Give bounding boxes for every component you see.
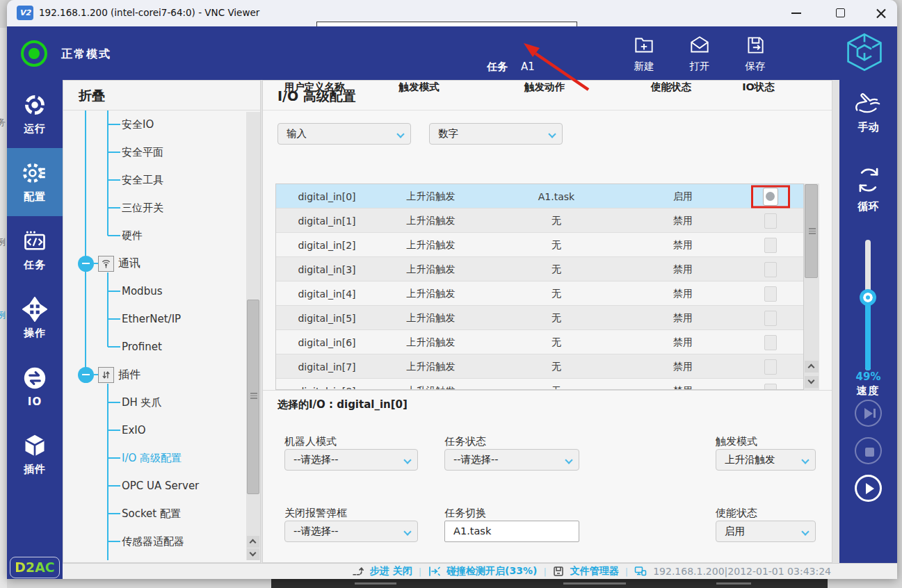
tree-collapse-toggle[interactable] — [78, 367, 94, 383]
table-row-digital-in-6[interactable]: digital_in[6]上升沿触发无禁用 — [276, 330, 803, 354]
status-bar: 步进 关闭 | 碰撞检测开启(33%) | 文件管理器 | 192.168.1.… — [63, 563, 897, 579]
io-type-select[interactable]: 数字 — [429, 123, 563, 145]
right-control-sidebar: 手动 循环 49% 速度 — [839, 80, 897, 575]
hand-icon — [853, 91, 885, 116]
tree-node-plugins[interactable]: 插件 — [78, 363, 140, 386]
table-scroll-up-button[interactable] — [805, 361, 819, 373]
tree-item-sensor-adapter[interactable]: 传感器适配器 — [108, 530, 184, 553]
table-row-digital-in-1[interactable]: digital_in[1]上升沿触发无禁用 — [276, 209, 803, 233]
table-row-digital-in-5[interactable]: digital_in[5]上升沿触发无禁用 — [276, 306, 803, 330]
sidebar-item-operate[interactable]: 操作 — [7, 284, 63, 352]
io-direction-select[interactable]: 输入 — [277, 123, 411, 145]
background-text-fragment: 例 — [0, 236, 6, 248]
tree-collapse-toggle[interactable] — [78, 256, 94, 272]
network-monitor-icon — [634, 566, 647, 577]
tree-node-communication[interactable]: 通讯 — [78, 252, 140, 275]
table-row-digital-in-3[interactable]: digital_in[3]上升沿触发无禁用 — [276, 257, 803, 281]
tree-item-exio[interactable]: ExIO — [108, 418, 146, 442]
step-icon — [352, 566, 364, 578]
annotation-red-box — [751, 185, 790, 208]
open-button[interactable]: 打开 — [675, 32, 724, 76]
tree-item-safety-io[interactable]: 安全IO — [108, 113, 154, 136]
enable-state-select[interactable]: 启用 — [716, 521, 816, 542]
tree-item-ethernet-ip[interactable]: EtherNet/IP — [108, 307, 181, 331]
table-scroll-down-button[interactable] — [805, 376, 819, 388]
table-row-digital-in-7[interactable]: digital_in[7]上升沿触发无禁用 — [276, 354, 803, 379]
window-title: 192.168.1.200 (intel-corei7-64:0) - VNC … — [39, 7, 259, 18]
file-manager-link[interactable]: 文件管理器 — [570, 565, 619, 578]
robot-mode-select[interactable]: --请选择-- — [284, 449, 418, 471]
tree-item-io-advanced-config[interactable]: I/O 高级配置 — [108, 446, 182, 470]
tree-scroll-up-button[interactable] — [247, 536, 259, 548]
sidebar-item-run[interactable]: 运行 — [7, 80, 63, 148]
speed-slider-handle[interactable] — [860, 289, 876, 306]
move-arrows-icon — [22, 297, 47, 322]
sidebar-item-plugin[interactable]: 插件 — [7, 420, 63, 489]
sidebar-item-io[interactable]: IO — [7, 352, 63, 420]
cycle-mode-button[interactable]: 循环 — [839, 165, 897, 213]
close-alarm-select[interactable]: --请选择-- — [284, 521, 418, 542]
table-row-digital-in-8[interactable]: digital_in[8]上升沿触发无禁用 — [276, 379, 803, 390]
background-text-fragment: 务 — [0, 117, 6, 129]
tree-scroll-down-button[interactable] — [247, 548, 259, 560]
tree-item-three-position-switch[interactable]: 三位开关 — [108, 196, 163, 220]
task-switch-input[interactable]: A1.task — [444, 521, 579, 542]
play-button[interactable] — [855, 475, 882, 502]
task-value: A1 — [521, 60, 535, 73]
step-forward-button[interactable] — [855, 400, 882, 427]
chevron-down-icon — [548, 130, 556, 138]
file-manager-icon — [553, 566, 564, 577]
col-trigger-action: 触发动作 — [472, 81, 617, 94]
tree-item-hardware[interactable]: 硬件 — [108, 224, 143, 247]
tree-item-safety-plane[interactable]: 安全平面 — [108, 140, 163, 164]
trigger-mode-label: 触发模式 — [716, 435, 757, 448]
io-state-indicator-off — [764, 286, 777, 302]
close-button[interactable] — [876, 8, 886, 18]
chevron-down-icon — [396, 130, 404, 138]
divider — [63, 110, 261, 111]
table-scrollbar-thumb[interactable] — [805, 184, 818, 278]
table-row-digital-in-0[interactable]: digital_in[0] 上升沿触发 A1.task 启用 — [276, 184, 803, 209]
d2ac-badge[interactable]: D2AC — [10, 557, 60, 578]
table-row-digital-in-4[interactable]: digital_in[4]上升沿触发无禁用 — [276, 281, 803, 306]
table-row-digital-in-2[interactable]: digital_in[2]上升沿触发无禁用 — [276, 233, 803, 257]
manual-mode-button[interactable]: 手动 — [839, 91, 897, 134]
tree-scrollbar-thumb[interactable] — [247, 300, 259, 494]
tree-collapse-header[interactable]: 折叠 — [79, 87, 105, 105]
collision-status[interactable]: 碰撞检测开启(33%) — [446, 565, 537, 578]
background-window-bottom — [271, 579, 828, 588]
task-state-label: 任务状态 — [444, 435, 486, 448]
task-switch-label: 任务切换 — [444, 507, 486, 520]
trigger-mode-select[interactable]: 上升沿触发 — [716, 449, 816, 471]
save-button[interactable]: 保存 — [731, 32, 780, 76]
maximize-button[interactable] — [836, 8, 845, 17]
tree-item-profinet[interactable]: Profinet — [108, 335, 162, 359]
sidebar-item-config[interactable]: 配置 — [7, 148, 63, 216]
app-header: 正常模式 任务 A1 配置 default* 新建 打开 保存 — [7, 26, 897, 80]
io-state-indicator-off — [764, 238, 777, 253]
chevron-down-icon — [565, 456, 572, 464]
io-icon — [22, 366, 47, 391]
col-enable-state: 使能状态 — [617, 81, 725, 94]
io-state-indicator-off — [764, 359, 777, 375]
tree-item-socket-config[interactable]: Socket 配置 — [108, 502, 181, 525]
step-status[interactable]: 步进 关闭 — [370, 565, 412, 578]
tree-item-safety-tool[interactable]: 安全工具 — [108, 168, 163, 192]
sidebar-item-task[interactable]: 任务 — [7, 216, 63, 284]
io-state-indicator-off — [764, 213, 777, 229]
new-button[interactable]: 新建 — [620, 32, 668, 76]
task-state-select[interactable]: --请选择-- — [444, 449, 579, 471]
config-tree-panel: 折叠 安全IO 安全平面 安全工具 三位开关 硬件 通讯 Modbus Ethe… — [63, 80, 261, 563]
tree-item-opc-ua-server[interactable]: OPC UA Server — [108, 474, 199, 498]
tree-item-dh-gripper[interactable]: DH 夹爪 — [108, 391, 162, 414]
tree-item-modbus[interactable]: Modbus — [108, 279, 162, 303]
stop-button[interactable] — [855, 437, 882, 464]
tree-scrollbar[interactable] — [246, 112, 260, 560]
divider — [263, 110, 832, 111]
minimize-button[interactable] — [791, 13, 801, 14]
speed-value: 49% — [839, 370, 897, 383]
close-alarm-label: 关闭报警弹框 — [284, 507, 347, 520]
tree-connector — [85, 111, 86, 375]
table-scrollbar[interactable] — [804, 183, 819, 390]
selected-io-label: 选择的I/O : digital_in[0] — [277, 398, 408, 411]
